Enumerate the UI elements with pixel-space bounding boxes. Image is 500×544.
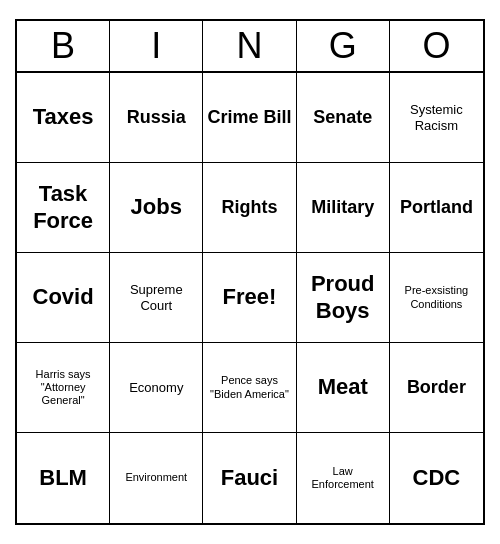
bingo-letter-o: O (390, 21, 483, 71)
bingo-cell-18: Meat (297, 343, 390, 433)
bingo-header: BINGO (17, 21, 483, 73)
bingo-cell-20: BLM (17, 433, 110, 523)
bingo-letter-b: B (17, 21, 110, 71)
bingo-cell-17: Pence says "Biden America" (203, 343, 296, 433)
bingo-cell-9: Portland (390, 163, 483, 253)
bingo-letter-i: I (110, 21, 203, 71)
bingo-cell-13: Proud Boys (297, 253, 390, 343)
bingo-cell-10: Covid (17, 253, 110, 343)
bingo-cell-7: Rights (203, 163, 296, 253)
bingo-cell-15: Harris says "Attorney General" (17, 343, 110, 433)
bingo-cell-4: Systemic Racism (390, 73, 483, 163)
bingo-cell-23: Law Enforcement (297, 433, 390, 523)
bingo-cell-14: Pre-exsisting Conditions (390, 253, 483, 343)
bingo-letter-g: G (297, 21, 390, 71)
bingo-cell-8: Military (297, 163, 390, 253)
bingo-cell-16: Economy (110, 343, 203, 433)
bingo-cell-21: Environment (110, 433, 203, 523)
bingo-card: BINGO TaxesRussiaCrime BillSenateSystemi… (15, 19, 485, 525)
bingo-grid: TaxesRussiaCrime BillSenateSystemic Raci… (17, 73, 483, 523)
bingo-cell-11: Supreme Court (110, 253, 203, 343)
bingo-cell-22: Fauci (203, 433, 296, 523)
bingo-cell-24: CDC (390, 433, 483, 523)
bingo-cell-6: Jobs (110, 163, 203, 253)
bingo-cell-12: Free! (203, 253, 296, 343)
bingo-cell-2: Crime Bill (203, 73, 296, 163)
bingo-cell-1: Russia (110, 73, 203, 163)
bingo-cell-3: Senate (297, 73, 390, 163)
bingo-cell-5: Task Force (17, 163, 110, 253)
bingo-letter-n: N (203, 21, 296, 71)
bingo-cell-19: Border (390, 343, 483, 433)
bingo-cell-0: Taxes (17, 73, 110, 163)
